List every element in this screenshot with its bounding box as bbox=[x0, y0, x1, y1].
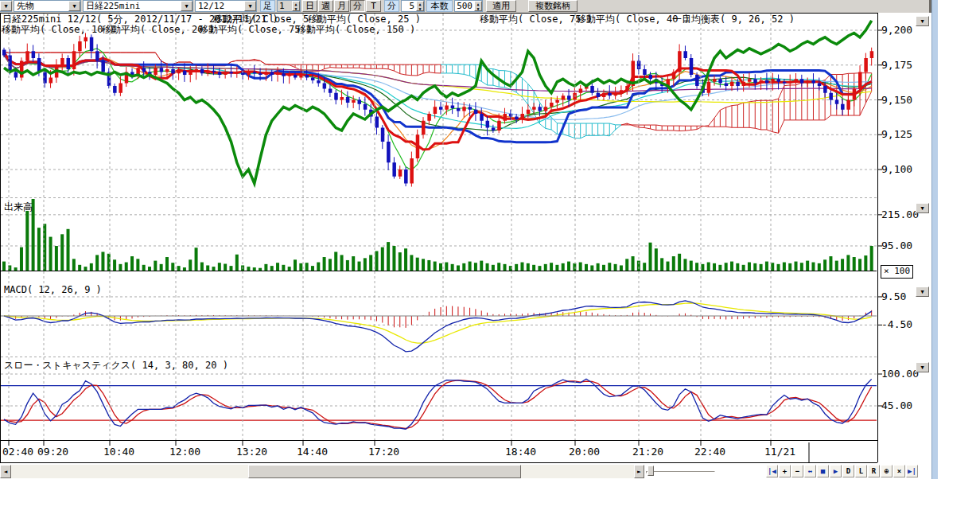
scroll-right-button[interactable]: ► bbox=[634, 465, 644, 478]
time-axis-label: 20:00 bbox=[569, 446, 600, 458]
scrollbar-thumb[interactable] bbox=[248, 465, 521, 478]
time-axis-label: 09:20 bbox=[37, 446, 68, 458]
legend-item: 移動平均( Close, 75 ) bbox=[480, 14, 593, 25]
legend-item: 移動平均( Close, 20 ) bbox=[102, 25, 215, 35]
legend-item: 移動平均( Close, 10 ) bbox=[2, 25, 115, 35]
stoch-panel-label: スロー・ストキャスティクス( 14, 3, 80, 20 ) bbox=[4, 360, 228, 371]
chart-tool-button-4[interactable]: ↔ bbox=[804, 465, 816, 477]
price-axis-label: 9,150 bbox=[881, 95, 912, 106]
volume-axis-label: 95.00 bbox=[881, 240, 912, 251]
macd-axis-label: -4.50 bbox=[881, 319, 912, 330]
stoch-panel-menu-button[interactable]: ▼ bbox=[916, 362, 929, 372]
chart-tool-button-9[interactable]: R bbox=[868, 465, 880, 477]
stoch-axis-label: 100.00 bbox=[881, 368, 919, 380]
chart-tool-button-7[interactable]: D bbox=[842, 465, 854, 477]
chart-tool-button-3[interactable]: − bbox=[791, 465, 803, 477]
time-axis-label: 14:40 bbox=[297, 446, 328, 458]
volume-axis-label: 215.00 bbox=[881, 209, 919, 220]
time-axis-label: 10:40 bbox=[103, 446, 134, 458]
chart-tool-button-5[interactable]: ■ bbox=[817, 465, 829, 477]
stoch-axis-label: 45.00 bbox=[881, 400, 912, 411]
zoom-slider-thumb[interactable] bbox=[648, 466, 654, 476]
chart-tool-button-2[interactable]: + bbox=[779, 465, 791, 477]
price-axis-label: 9,100 bbox=[881, 164, 912, 175]
chart-tool-button-10[interactable]: ⊕ bbox=[881, 465, 892, 477]
volume-multiplier-badge: × 100 bbox=[881, 265, 913, 279]
time-axis-label: 11/21 bbox=[764, 446, 795, 458]
scroll-left-button[interactable]: ◄ bbox=[0, 465, 11, 478]
bottom-scroll-row: ◄ ► |◀+−↔■▶DLR⊕×▶| bbox=[0, 465, 929, 479]
legend-item: 移動平均( Close, 150 ) bbox=[297, 25, 415, 35]
chart-tool-button-12[interactable]: ▶| bbox=[906, 465, 918, 477]
chart-application-window: ▼ 先物 ▼ 日経225mini ▼ 12/12 ▼ 足 1 ▲▼ 日週月分T … bbox=[0, 0, 980, 530]
legend-item: 一目均衡表( 9, 26, 52 ) bbox=[672, 14, 795, 25]
chart-plot[interactable] bbox=[0, 0, 980, 530]
time-axis-label: 12:00 bbox=[169, 446, 200, 458]
chart-tool-button-1[interactable]: |◀ bbox=[766, 465, 778, 477]
chart-tool-button-6[interactable]: ▶ bbox=[830, 465, 842, 477]
time-axis-label: 21:20 bbox=[632, 446, 663, 458]
time-axis-label: 02:40 bbox=[2, 446, 33, 458]
macd-panel-label: MACD( 12, 26, 9 ) bbox=[4, 284, 102, 295]
price-axis-label: 9,175 bbox=[881, 60, 912, 71]
price-axis-label: 9,125 bbox=[881, 129, 912, 140]
legend-item: 移動平均( Close, 75 ) bbox=[199, 25, 312, 35]
price-axis-label: 9,200 bbox=[881, 25, 912, 36]
time-axis-label: 17:20 bbox=[368, 446, 399, 458]
volume-panel-label: 出来高 bbox=[4, 201, 33, 212]
macd-axis-label: 9.50 bbox=[881, 291, 906, 302]
volume-panel-menu-button[interactable]: ▼ bbox=[916, 203, 929, 213]
time-axis-label: 22:40 bbox=[694, 446, 725, 458]
price-panel-menu-button[interactable]: ▼ bbox=[916, 16, 929, 26]
macd-panel-menu-button[interactable]: ▼ bbox=[916, 286, 929, 297]
chart-tool-button-11[interactable]: × bbox=[893, 465, 905, 477]
time-axis-label: 13:20 bbox=[236, 446, 267, 458]
vertical-scrollbar[interactable] bbox=[931, 0, 938, 479]
zoom-slider-track[interactable] bbox=[646, 471, 715, 473]
chart-tool-button-8[interactable]: L bbox=[855, 465, 867, 477]
time-axis-label: 18:40 bbox=[505, 446, 536, 458]
